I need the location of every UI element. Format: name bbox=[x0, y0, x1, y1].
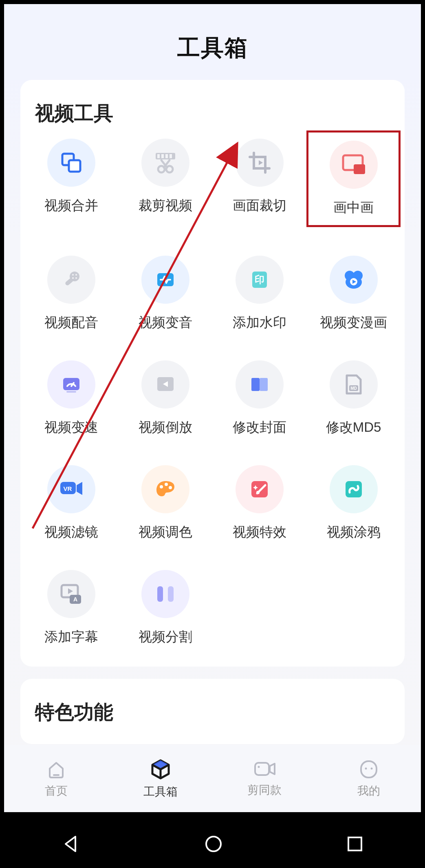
video-tools-card: 视频工具 视频合并 裁剪视频 bbox=[20, 80, 405, 667]
color-icon bbox=[141, 465, 189, 513]
bottom-nav: 首页 工具箱 剪同款 我的 bbox=[4, 745, 421, 812]
tool-label: 视频合并 bbox=[44, 197, 98, 215]
home-icon bbox=[46, 759, 67, 780]
tool-label: 修改封面 bbox=[233, 418, 286, 437]
subtitle-icon: A bbox=[47, 570, 95, 618]
tool-video-crop[interactable]: 画面裁切 bbox=[213, 139, 307, 227]
tool-video-split[interactable]: 视频分割 bbox=[119, 570, 213, 646]
filter-icon: VR bbox=[47, 465, 95, 513]
tool-video-filter[interactable]: VR 视频滤镜 bbox=[24, 465, 119, 541]
svg-rect-34 bbox=[260, 378, 268, 391]
svg-text:A: A bbox=[73, 596, 77, 603]
tool-label: 视频特效 bbox=[233, 523, 286, 541]
tool-video-merge[interactable]: 视频合并 bbox=[24, 139, 119, 227]
fx-icon bbox=[236, 465, 284, 513]
svg-rect-6 bbox=[170, 154, 172, 158]
nav-toolbox[interactable]: 工具箱 bbox=[108, 745, 213, 812]
merge-icon bbox=[47, 139, 95, 187]
toolbox-icon bbox=[149, 758, 172, 781]
template-icon bbox=[253, 760, 276, 779]
svg-rect-51 bbox=[157, 586, 163, 602]
nav-template[interactable]: 剪同款 bbox=[213, 745, 317, 812]
nav-label: 剪同款 bbox=[247, 782, 282, 798]
tool-change-md5[interactable]: MD 修改MD5 bbox=[306, 360, 401, 437]
featured-heading: 特色功能 bbox=[24, 695, 401, 738]
svg-point-19 bbox=[72, 274, 74, 276]
tool-video-pitch[interactable]: 视频变音 bbox=[119, 256, 213, 332]
featured-card: 特色功能 bbox=[20, 679, 405, 744]
svg-rect-52 bbox=[168, 586, 174, 602]
svg-rect-60 bbox=[255, 763, 269, 775]
tool-video-dub[interactable]: 视频配音 bbox=[24, 256, 119, 332]
tool-video-cut[interactable]: 裁剪视频 bbox=[119, 139, 213, 227]
svg-point-18 bbox=[75, 277, 77, 279]
split-icon bbox=[141, 570, 189, 618]
svg-marker-11 bbox=[259, 160, 263, 165]
pitch-icon bbox=[141, 256, 189, 304]
tool-label: 视频涂鸦 bbox=[327, 523, 381, 541]
system-nav-bar bbox=[0, 820, 425, 868]
tool-video-color[interactable]: 视频调色 bbox=[119, 465, 213, 541]
svg-point-65 bbox=[371, 767, 373, 769]
svg-point-62 bbox=[258, 766, 260, 768]
tool-change-cover[interactable]: 修改封面 bbox=[213, 360, 307, 437]
android-home-button[interactable] bbox=[203, 833, 224, 855]
android-back-button[interactable] bbox=[61, 833, 82, 855]
tool-label: 视频变音 bbox=[139, 314, 192, 332]
svg-rect-5 bbox=[165, 154, 168, 158]
tool-video-speed[interactable]: 视频变速 bbox=[24, 360, 119, 437]
tool-add-watermark[interactable]: 印 添加水印 bbox=[213, 256, 307, 332]
anime-icon bbox=[330, 256, 378, 304]
svg-point-16 bbox=[75, 274, 77, 276]
svg-rect-68 bbox=[348, 837, 361, 850]
svg-rect-4 bbox=[161, 154, 164, 158]
android-recent-button[interactable] bbox=[345, 834, 365, 854]
svg-marker-48 bbox=[68, 588, 73, 594]
md5-icon: MD bbox=[330, 360, 378, 409]
cut-icon bbox=[141, 139, 189, 187]
crop-icon bbox=[236, 139, 284, 187]
speed-icon bbox=[47, 360, 95, 409]
tool-label: 视频分割 bbox=[139, 628, 192, 646]
svg-point-67 bbox=[206, 837, 221, 851]
watermark-icon: 印 bbox=[236, 256, 284, 304]
tool-label: 视频配音 bbox=[44, 314, 98, 332]
tool-label: 视频滤镜 bbox=[44, 523, 98, 541]
tool-video-fx[interactable]: 视频特效 bbox=[213, 465, 307, 541]
tool-picture-in-picture[interactable]: 画中画 bbox=[306, 130, 401, 227]
svg-marker-66 bbox=[66, 837, 75, 851]
svg-rect-1 bbox=[69, 160, 80, 172]
tool-label: 视频调色 bbox=[139, 523, 192, 541]
svg-point-42 bbox=[169, 486, 172, 489]
svg-point-40 bbox=[160, 485, 163, 488]
cover-icon bbox=[236, 360, 284, 409]
tool-add-subtitle[interactable]: A 添加字幕 bbox=[24, 570, 119, 646]
nav-label: 首页 bbox=[45, 783, 68, 799]
tool-label: 画面裁切 bbox=[233, 197, 286, 215]
svg-point-64 bbox=[365, 767, 367, 769]
tool-video-reverse[interactable]: 视频倒放 bbox=[119, 360, 213, 437]
svg-marker-56 bbox=[152, 760, 169, 769]
tool-label: 修改MD5 bbox=[326, 418, 381, 437]
tool-label: 添加字幕 bbox=[44, 628, 98, 646]
tool-label: 视频倒放 bbox=[139, 418, 192, 437]
svg-text:印: 印 bbox=[255, 274, 264, 285]
video-tools-grid: 视频合并 裁剪视频 画面裁切 bbox=[24, 139, 401, 646]
doodle-icon bbox=[330, 465, 378, 513]
tool-label: 添加水印 bbox=[233, 314, 286, 332]
dub-icon bbox=[47, 256, 95, 304]
svg-marker-61 bbox=[270, 764, 275, 774]
nav-label: 工具箱 bbox=[143, 784, 178, 800]
pip-icon bbox=[330, 141, 378, 189]
svg-point-45 bbox=[256, 491, 260, 494]
svg-text:VR: VR bbox=[64, 485, 72, 492]
svg-rect-63 bbox=[361, 761, 377, 777]
nav-mine[interactable]: 我的 bbox=[317, 745, 421, 812]
svg-text:MD: MD bbox=[350, 386, 357, 391]
tool-video-anime[interactable]: 视频变漫画 bbox=[306, 256, 401, 332]
tool-label: 视频变速 bbox=[44, 418, 98, 437]
svg-rect-3 bbox=[157, 154, 160, 158]
nav-home[interactable]: 首页 bbox=[4, 745, 108, 812]
svg-rect-13 bbox=[354, 164, 365, 174]
tool-video-doodle[interactable]: 视频涂鸦 bbox=[306, 465, 401, 541]
